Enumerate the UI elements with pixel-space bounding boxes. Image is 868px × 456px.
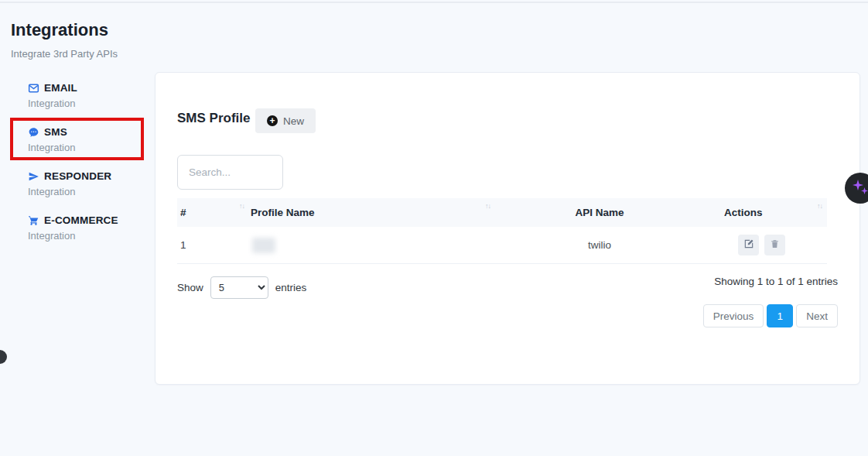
column-header-api-name[interactable]: API Name <box>498 198 701 227</box>
table-header-row: # ↑↓ Profile Name ↑↓ API Name Actions ↑↓ <box>177 198 827 227</box>
sidebar-item-label: EMAIL <box>44 82 77 94</box>
envelope-icon <box>28 83 39 94</box>
entries-per-page-control: Show 5 entries <box>177 276 306 299</box>
delete-button[interactable] <box>764 235 785 255</box>
column-header-index[interactable]: # ↑↓ <box>177 198 251 227</box>
column-label: API Name <box>575 207 624 218</box>
sidebar-item-label: RESPONDER <box>44 170 111 182</box>
actions-cell <box>701 235 827 255</box>
plus-circle-icon: + <box>267 115 278 126</box>
sidebar-item-sublabel: Integration <box>28 98 152 109</box>
sort-icon[interactable]: ↑↓ <box>239 202 244 210</box>
sparkles-icon <box>851 178 868 199</box>
edit-button[interactable] <box>738 235 759 255</box>
edit-icon <box>743 238 754 252</box>
column-label: Actions <box>724 207 763 218</box>
sort-icon[interactable]: ↑↓ <box>485 202 490 210</box>
current-page-button[interactable]: 1 <box>767 304 793 327</box>
trash-icon <box>770 238 780 252</box>
pagination: Previous 1 Next <box>703 304 838 327</box>
row-index-cell: 1 <box>177 239 251 251</box>
api-name-cell: twilio <box>498 239 701 251</box>
sort-icon[interactable]: ↑↓ <box>817 202 822 210</box>
paper-plane-icon <box>28 171 39 182</box>
sms-profile-table: # ↑↓ Profile Name ↑↓ API Name Actions ↑↓… <box>177 198 827 264</box>
panel-title: SMS Profile <box>177 111 250 126</box>
column-label: Profile Name <box>251 207 315 218</box>
shopping-cart-icon <box>28 215 39 226</box>
showing-entries-status: Showing 1 to 1 of 1 entries <box>714 276 838 287</box>
sidebar-item-sublabel: Integration <box>28 142 152 153</box>
sidebar-item-label: SMS <box>44 126 67 138</box>
sidebar-item-sublabel: Integration <box>28 186 152 197</box>
search-input[interactable] <box>177 155 283 190</box>
sidebar-item-sms[interactable]: SMS Integration <box>28 126 152 153</box>
table-row: 1 twilio <box>177 227 827 264</box>
integrations-sidebar: EMAIL Integration SMS Integration RESPON… <box>28 82 152 259</box>
sidebar-item-label: E-COMMERCE <box>44 214 118 226</box>
show-label: Show <box>177 282 203 293</box>
new-button-label: New <box>283 115 304 127</box>
sidebar-item-email[interactable]: EMAIL Integration <box>28 82 152 109</box>
new-profile-button[interactable]: + New <box>255 108 316 133</box>
sms-bubble-icon <box>28 127 39 138</box>
page-subtitle: Integrate 3rd Party APIs <box>11 48 118 60</box>
sidebar-item-responder[interactable]: RESPONDER Integration <box>28 170 152 197</box>
sms-profile-panel: SMS Profile + New # ↑↓ Profile Name ↑↓ A… <box>155 72 860 385</box>
column-label: # <box>180 207 186 218</box>
profile-name-cell <box>251 238 498 253</box>
redacted-profile-name <box>252 238 275 253</box>
next-page-button[interactable]: Next <box>796 304 838 327</box>
left-edge-widget-dot[interactable] <box>0 350 7 364</box>
sidebar-item-sublabel: Integration <box>28 230 152 242</box>
column-header-actions[interactable]: Actions ↑↓ <box>701 198 827 227</box>
sidebar-item-ecommerce[interactable]: E-COMMERCE Integration <box>28 214 152 242</box>
entries-per-page-select[interactable]: 5 <box>210 276 268 299</box>
page-title: Integrations <box>11 20 108 40</box>
column-header-profile-name[interactable]: Profile Name ↑↓ <box>251 198 498 227</box>
previous-page-button[interactable]: Previous <box>703 304 764 327</box>
entries-label: entries <box>275 282 307 293</box>
top-border-line <box>0 2 868 3</box>
